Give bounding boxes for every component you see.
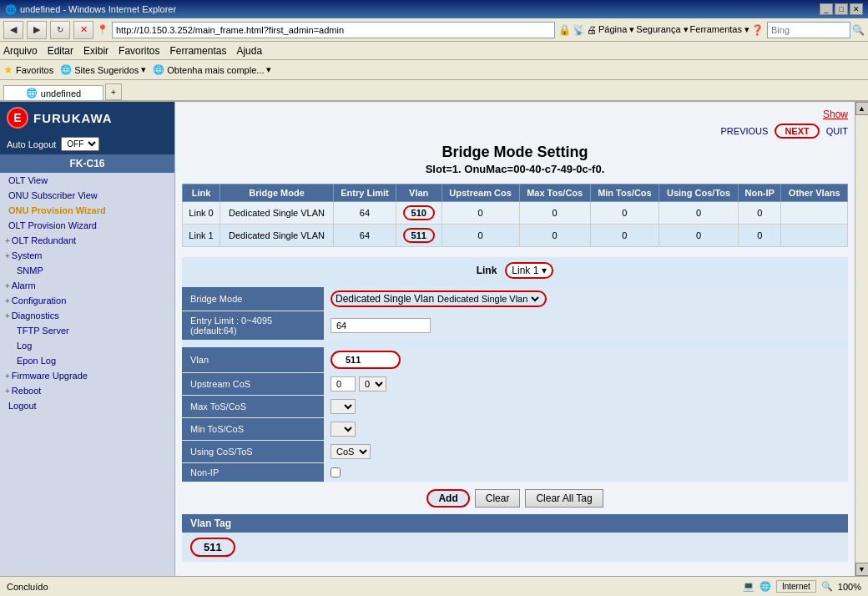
search-input[interactable] <box>767 22 850 38</box>
refresh-button[interactable]: ↻ <box>50 21 70 39</box>
upstream-cos-input[interactable] <box>331 376 356 391</box>
menu-ferramentas[interactable]: Ferramentas <box>169 45 226 57</box>
menu-editar[interactable]: Editar <box>48 45 73 57</box>
non-ip-checkbox[interactable] <box>331 467 341 477</box>
sidebar-item-logout[interactable]: Logout <box>0 398 174 413</box>
entry-limit-label: Entry Limit : 0~4095 (default:64) <box>182 311 324 340</box>
form-container: Link Link 1 ▾ Bridge Mode Dedicated Sing… <box>182 257 848 482</box>
sidebar-item-configuration[interactable]: + Configuration <box>0 293 174 308</box>
sidebar-item-onu-provision-wizard[interactable]: ONU Provision Wizard <box>0 203 174 218</box>
add-button[interactable]: Add <box>426 489 469 508</box>
close-button[interactable]: ✕ <box>850 3 863 15</box>
entry-limit-input[interactable] <box>331 318 431 333</box>
scroll-up-button[interactable]: ▲ <box>855 102 869 115</box>
sidebar-item-epon-log[interactable]: Epon Log <box>0 353 174 368</box>
link-label: Link <box>477 265 497 276</box>
link-dropdown[interactable]: Link 1 ▾ <box>505 262 553 279</box>
table-cell: 0 <box>519 225 590 247</box>
menu-arquivo[interactable]: Arquivo <box>3 45 38 57</box>
favorites-button[interactable]: ★ Favoritos <box>3 63 53 76</box>
menu-exibir[interactable]: Exibir <box>83 45 108 57</box>
sidebar-item-log[interactable]: Log <box>0 338 174 353</box>
using-cos-tos-value: CoSToS <box>324 441 848 462</box>
suggested-icon: 🌐 <box>60 64 72 75</box>
col-other-vlans: Other Vlans <box>781 184 848 202</box>
auto-logout-select[interactable]: OFF ON <box>61 137 99 151</box>
sidebar-item-alarm[interactable]: + Alarm <box>0 278 174 293</box>
main-layout: E FURUKAWA Auto Logout OFF ON FK-C16 OLT… <box>0 102 868 576</box>
sidebar-item-tftp-server[interactable]: TFTP Server <box>0 323 174 338</box>
zoom-level: 100% <box>838 582 861 592</box>
content-area: Show PREVIOUS NEXT QUIT Bridge Mode Sett… <box>175 102 855 576</box>
min-tos-cos-select[interactable] <box>331 422 356 437</box>
new-tab-button[interactable]: + <box>105 83 122 100</box>
link-value: Link 1 <box>512 265 538 276</box>
globe-icon: 🌐 <box>760 581 771 592</box>
table-cell: 64 <box>334 225 396 247</box>
scroll-down-button[interactable]: ▼ <box>855 563 869 576</box>
address-input[interactable] <box>112 22 555 38</box>
table-cell <box>781 225 848 247</box>
suggested-sites[interactable]: 🌐 Sites Sugeridos ▾ <box>60 64 146 75</box>
scrollbar[interactable]: ▲ ▼ <box>855 102 868 576</box>
sidebar-item-reboot[interactable]: + Reboot <box>0 383 174 398</box>
max-tos-cos-value <box>324 396 848 417</box>
logo-icon: E <box>7 107 28 129</box>
sidebar-item-system[interactable]: + System <box>0 248 174 263</box>
clear-all-tag-button[interactable]: Clear All Tag <box>525 489 603 508</box>
quit-link[interactable]: QUIT <box>826 126 848 136</box>
table-cell: 510 <box>396 202 442 225</box>
restore-button[interactable]: □ <box>835 3 848 15</box>
zoom-icon: 🔍 <box>821 581 833 592</box>
sidebar-item-firmware-upgrade[interactable]: + Firmware Upgrade <box>0 368 174 383</box>
stop-button[interactable]: ✕ <box>73 21 93 39</box>
content-and-scroll: Show PREVIOUS NEXT QUIT Bridge Mode Sett… <box>175 102 868 576</box>
col-using-cos-tos: Using Cos/Tos <box>659 184 739 202</box>
form-row-min-tos-cos: Min ToS/CoS <box>182 418 848 440</box>
show-link[interactable]: Show <box>182 109 848 120</box>
menu-favoritos[interactable]: Favoritos <box>119 45 159 57</box>
next-button[interactable]: NEXT <box>775 124 819 139</box>
previous-link[interactable]: PREVIOUS <box>721 126 769 136</box>
forward-button[interactable]: ▶ <box>27 21 47 39</box>
page-menu[interactable]: Página ▾ <box>598 24 634 35</box>
col-vlan: Vlan <box>396 184 442 202</box>
tab-label: undefined <box>41 88 81 98</box>
vlan-oval-form <box>331 351 401 369</box>
sidebar-item-diagnostics[interactable]: + Diagnostics <box>0 308 174 323</box>
form-link-row: Link Link 1 ▾ <box>182 257 848 284</box>
bridge-mode-select[interactable]: Dedicated Single Vlan <box>434 293 542 305</box>
table-cell: 511 <box>396 225 442 247</box>
table-row: Link 0Dedicated Single VLAN6451000000 <box>183 202 848 225</box>
button-row: Add Clear Clear All Tag <box>182 482 848 514</box>
table-cell: 0 <box>738 225 781 247</box>
clear-button[interactable]: Clear <box>475 489 521 508</box>
min-tos-cos-label: Min ToS/CoS <box>182 418 324 440</box>
upstream-cos-select[interactable]: 0123 <box>359 376 386 391</box>
col-min-tos-cos: Min Tos/Cos <box>590 184 659 202</box>
minimize-button[interactable]: _ <box>820 3 833 15</box>
tab-undefined[interactable]: 🌐 undefined <box>3 85 103 100</box>
sidebar-device-header: FK-C16 <box>0 154 174 173</box>
max-tos-cos-select[interactable] <box>331 399 356 414</box>
sidebar-item-olt-redundant[interactable]: + OLT Redundant <box>0 233 174 248</box>
bridge-mode-select-wrapper[interactable]: Dedicated Single Vlan Dedicated Single V… <box>331 290 547 307</box>
sidebar-item-olt-provision-wizard[interactable]: OLT Provision Wizard <box>0 218 174 233</box>
back-button[interactable]: ◀ <box>3 21 23 39</box>
search-go-icon[interactable]: 🔍 <box>852 24 865 36</box>
security-menu[interactable]: Segurança ▾ <box>636 24 688 35</box>
status-right: 💻 🌐 Internet 🔍 100% <box>743 580 861 593</box>
sidebar-item-olt-view[interactable]: OLT View <box>0 173 174 188</box>
sidebar-item-snmp[interactable]: SNMP <box>0 263 174 278</box>
menu-ajuda[interactable]: Ajuda <box>236 45 262 57</box>
col-link: Link <box>183 184 220 202</box>
sidebar-item-onu-subscriber-view[interactable]: ONU Subscriber View <box>0 188 174 203</box>
get-more-addons[interactable]: 🌐 Obtenha mais comple... ▾ <box>153 64 271 75</box>
plus-icon: + <box>5 311 10 321</box>
tools-menu[interactable]: Ferramentas ▾ <box>690 24 749 35</box>
vlan-input[interactable] <box>341 353 391 366</box>
using-cos-tos-select[interactable]: CoSToS <box>331 444 371 459</box>
plus-icon: + <box>5 236 10 245</box>
upstream-cos-value: 0123 <box>324 373 848 395</box>
help-icon[interactable]: ❓ <box>751 24 764 36</box>
